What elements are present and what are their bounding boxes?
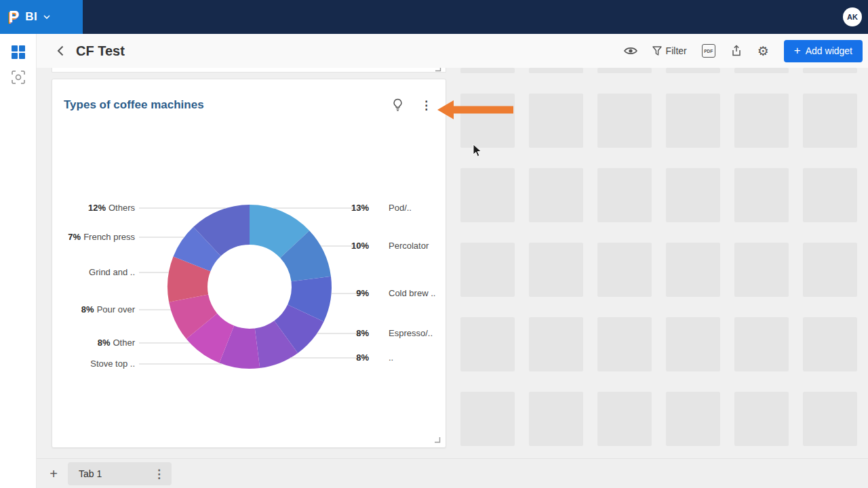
slice-label: Espresso/.. <box>389 328 433 338</box>
slice-label: 7%French press <box>68 232 135 242</box>
grid-placeholder <box>666 68 720 73</box>
add-widget-label: Add widget <box>806 45 852 56</box>
add-tab-button[interactable]: + <box>45 465 62 483</box>
grid-placeholder <box>803 168 857 222</box>
grid-placeholder <box>803 94 857 148</box>
grid-placeholder <box>666 94 720 148</box>
slice-label: Percolator <box>389 241 429 251</box>
slice-label: .. <box>389 352 393 363</box>
slice-pct: 9% <box>356 288 369 298</box>
widget-above-sliver <box>52 68 446 73</box>
grid-placeholder <box>734 168 789 222</box>
app-switcher[interactable]: P BI <box>0 0 83 34</box>
grid-placeholder <box>734 392 789 446</box>
grid-placeholder <box>597 94 652 148</box>
filter-label: Filter <box>666 45 687 56</box>
app-logo: P <box>9 9 19 25</box>
slice-pct: 8% <box>356 328 369 338</box>
toolbar-actions: Filter PDF ⚙ + Add widget <box>624 40 863 62</box>
slice-label: Cold brew .. <box>389 288 435 298</box>
slice-pct: 8% <box>356 352 369 363</box>
grid-placeholder <box>597 317 652 371</box>
page-toolbar: CF Test Filter PDF ⚙ + Add widget <box>0 34 868 68</box>
grid-placeholder <box>803 317 857 371</box>
slice-label: 8%Other <box>98 338 136 348</box>
grid-placeholder <box>803 243 857 297</box>
grid-placeholder <box>460 392 515 446</box>
grid-placeholder <box>529 317 583 371</box>
tab-item[interactable]: Tab 1 ⋮ <box>68 462 172 485</box>
product-label: BI <box>25 10 37 24</box>
plus-icon: + <box>794 44 801 58</box>
grid-placeholder <box>666 243 720 297</box>
tab-bar: + Tab 1 ⋮ <box>37 458 868 488</box>
tab-menu-kebab-icon[interactable]: ⋮ <box>153 468 165 480</box>
left-sidebar <box>0 34 37 488</box>
application-window: Types of coffee machines ⋮ 13%Pod/..10%P… <box>0 0 868 488</box>
widget-actions: ⋮ <box>393 98 432 112</box>
page-title: CF Test <box>76 43 125 59</box>
grid-placeholder <box>734 94 789 148</box>
funnel-icon <box>652 46 662 56</box>
grid-placeholder <box>529 392 583 446</box>
slice-label: 12%Others <box>88 203 136 213</box>
user-avatar[interactable]: AK <box>843 7 862 26</box>
export-pdf-icon[interactable]: PDF <box>702 44 715 58</box>
grid-placeholder <box>734 68 789 73</box>
tab-label: Tab 1 <box>79 468 153 479</box>
grid-placeholder <box>460 168 515 222</box>
chevron-down-icon <box>43 15 50 19</box>
grid-placeholder <box>734 243 789 297</box>
grid-placeholder <box>529 94 583 148</box>
slice-pct: 13% <box>351 203 369 213</box>
widget-card: Types of coffee machines ⋮ 13%Pod/..10%P… <box>52 79 446 448</box>
insight-lightbulb-icon[interactable] <box>393 98 403 112</box>
focus-scan-icon[interactable] <box>12 70 25 84</box>
grid-placeholder <box>597 68 652 73</box>
back-button[interactable] <box>53 43 68 58</box>
grid-placeholder <box>666 317 720 371</box>
grid-placeholder <box>803 68 857 73</box>
widget-title: Types of coffee machines <box>64 98 393 112</box>
grid-placeholder <box>460 68 515 73</box>
app-bar: P BI AK <box>0 0 868 34</box>
share-icon[interactable] <box>730 45 743 57</box>
add-widget-button[interactable]: + Add widget <box>784 40 863 62</box>
widget-header: Types of coffee machines ⋮ <box>52 79 446 112</box>
slice-label: Stove top .. <box>90 359 135 369</box>
dashboards-grid-icon[interactable] <box>12 45 25 59</box>
grid-placeholder <box>529 168 583 222</box>
preview-eye-icon[interactable] <box>624 46 637 56</box>
grid-placeholder <box>460 317 515 371</box>
resize-corner-icon[interactable] <box>433 68 441 72</box>
annotation-arrow <box>437 100 513 120</box>
slice-label: 8%Pour over <box>81 304 136 314</box>
slice-pct: 10% <box>351 241 369 251</box>
grid-placeholder <box>460 243 515 297</box>
filter-button[interactable]: Filter <box>652 45 687 56</box>
donut-chart: 13%Pod/..10%Percolator9%Cold brew ..8%Es… <box>52 120 447 439</box>
widget-menu-kebab-icon[interactable]: ⋮ <box>420 100 432 111</box>
grid-placeholder <box>529 68 583 73</box>
grid-placeholder <box>803 392 857 446</box>
settings-gear-icon[interactable]: ⚙ <box>757 45 769 58</box>
grid-placeholder <box>666 168 720 222</box>
slice-label: Grind and .. <box>89 267 135 277</box>
grid-placeholder <box>597 392 652 446</box>
grid-placeholder <box>666 392 720 446</box>
grid-placeholder <box>529 243 583 297</box>
grid-placeholder <box>734 317 789 371</box>
chevron-left-icon <box>57 45 64 56</box>
grid-placeholder <box>597 168 652 222</box>
resize-corner-icon[interactable] <box>433 435 441 443</box>
grid-placeholder <box>597 243 652 297</box>
slice-label: Pod/.. <box>389 203 412 213</box>
